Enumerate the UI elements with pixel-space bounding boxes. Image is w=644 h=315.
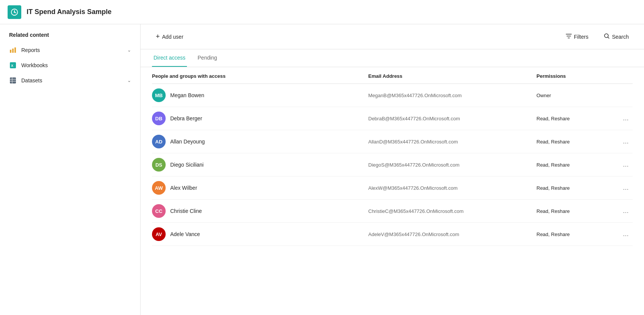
- email-value: AdeleV@M365x447726.OnMicrosoft.com: [368, 232, 459, 237]
- toolbar-right: Filters Search: [562, 31, 633, 43]
- col-header-permissions: Permissions: [536, 67, 609, 84]
- col-header-people: People and groups with access: [152, 67, 368, 84]
- email-cell-7: AdeleV@M365x447726.OnMicrosoft.com: [368, 223, 536, 246]
- more-options-button[interactable]: …: [620, 206, 633, 216]
- table-row: DBDebra BergerDebraB@M365x447726.OnMicro…: [152, 107, 633, 130]
- bar-chart-icon: [9, 46, 17, 54]
- app-icon: [8, 5, 21, 19]
- tab-direct-access[interactable]: Direct access: [152, 49, 187, 67]
- actions-cell-2: …: [609, 107, 633, 130]
- sidebar: Related content Reports ⌄: [0, 24, 141, 315]
- sidebar-item-workbooks-left: X Workbooks: [9, 61, 48, 69]
- col-header-email: Email Address: [368, 67, 536, 84]
- email-value: AllanD@M365x447726.OnMicrosoft.com: [368, 139, 458, 145]
- sidebar-item-datasets[interactable]: Datasets ⌄: [0, 73, 140, 88]
- table-row: CCChristie ClineChristieC@M365x447726.On…: [152, 200, 633, 223]
- add-user-button[interactable]: + Add user: [152, 30, 187, 43]
- sidebar-item-reports-left: Reports: [9, 46, 40, 54]
- svg-rect-3: [12, 49, 14, 53]
- col-header-actions: [609, 67, 633, 84]
- email-value: ChristieC@M365x447726.OnMicrosoft.com: [368, 208, 464, 214]
- content-area: + Add user Filters: [141, 24, 644, 315]
- filter-icon: [566, 33, 572, 40]
- email-value: DiegoS@M365x447726.OnMicrosoft.com: [368, 162, 459, 168]
- person-cell-3: ADAllan Deyoung: [152, 130, 368, 153]
- more-options-button[interactable]: …: [620, 229, 633, 239]
- filters-button[interactable]: Filters: [562, 31, 592, 43]
- person-cell-7: AVAdele Vance: [152, 223, 368, 246]
- actions-cell-1: [609, 84, 633, 107]
- person-cell-6: CCChristie Cline: [152, 200, 368, 223]
- sidebar-section-title: Related content: [0, 32, 140, 43]
- email-cell-5: AlexW@M365x447726.OnMicrosoft.com: [368, 176, 536, 200]
- avatar: DS: [152, 158, 166, 172]
- svg-rect-7: [10, 77, 16, 83]
- actions-cell-4: …: [609, 153, 633, 176]
- permission-value: Read, Reshare: [536, 116, 570, 121]
- permission-value: Read, Reshare: [536, 162, 570, 168]
- reports-label: Reports: [21, 47, 40, 53]
- permission-cell-6: Read, Reshare: [536, 200, 609, 223]
- actions-cell-6: …: [609, 200, 633, 223]
- avatar: CC: [152, 204, 166, 218]
- avatar: AV: [152, 227, 166, 241]
- more-options-button[interactable]: …: [620, 113, 633, 123]
- person-name: Megan Bowen: [170, 92, 204, 98]
- table-row: DSDiego SicilianiDiegoS@M365x447726.OnMi…: [152, 153, 633, 176]
- table-row: AVAdele VanceAdeleV@M365x447726.OnMicros…: [152, 223, 633, 246]
- permission-cell-2: Read, Reshare: [536, 107, 609, 130]
- access-table: People and groups with access Email Addr…: [152, 67, 633, 246]
- permission-cell-4: Read, Reshare: [536, 153, 609, 176]
- person-cell-1: MBMegan Bowen: [152, 84, 368, 107]
- sidebar-item-reports[interactable]: Reports ⌄: [0, 43, 140, 58]
- table-row: AWAlex WilberAlexW@M365x447726.OnMicroso…: [152, 176, 633, 200]
- datasets-label: Datasets: [21, 77, 42, 83]
- person-name: Debra Berger: [170, 115, 202, 121]
- email-cell-4: DiegoS@M365x447726.OnMicrosoft.com: [368, 153, 536, 176]
- permission-value: Read, Reshare: [536, 139, 570, 145]
- tabs-container: Direct access Pending: [141, 49, 644, 67]
- permission-value: Read, Reshare: [536, 232, 570, 237]
- toolbar: + Add user Filters: [141, 24, 644, 49]
- actions-cell-7: …: [609, 223, 633, 246]
- avatar: AD: [152, 135, 166, 148]
- email-cell-1: MeganB@M365x447726.OnMicrosoft.com: [368, 84, 536, 107]
- permission-value: Read, Reshare: [536, 185, 570, 191]
- person-cell-4: DSDiego Siciliani: [152, 153, 368, 176]
- email-cell-2: DebraB@M365x447726.OnMicrosoft.com: [368, 107, 536, 130]
- permission-cell-7: Read, Reshare: [536, 223, 609, 246]
- add-user-label: Add user: [162, 34, 184, 40]
- datasets-chevron: ⌄: [127, 78, 131, 83]
- svg-text:X: X: [11, 64, 13, 68]
- avatar: MB: [152, 88, 166, 102]
- filters-label: Filters: [574, 34, 589, 40]
- actions-cell-3: …: [609, 130, 633, 153]
- search-label: Search: [612, 34, 629, 40]
- avatar: DB: [152, 112, 166, 125]
- excel-icon: X: [9, 61, 17, 69]
- more-options-button[interactable]: …: [620, 160, 633, 170]
- more-options-button[interactable]: …: [620, 183, 633, 193]
- person-name: Alex Wilber: [170, 185, 197, 191]
- table-container: People and groups with access Email Addr…: [141, 67, 644, 315]
- header: IT Spend Analysis Sample: [0, 0, 644, 24]
- sidebar-item-datasets-left: Datasets: [9, 77, 42, 84]
- email-value: MeganB@M365x447726.OnMicrosoft.com: [368, 93, 462, 98]
- permission-cell-1: Owner: [536, 84, 609, 107]
- person-name: Allan Deyoung: [170, 139, 205, 145]
- permission-value: Read, Reshare: [536, 208, 570, 214]
- sidebar-item-workbooks[interactable]: X Workbooks: [0, 58, 140, 73]
- permission-value: Owner: [536, 93, 551, 98]
- more-options-button[interactable]: …: [620, 137, 633, 146]
- table-row: ADAllan DeyoungAllanD@M365x447726.OnMicr…: [152, 130, 633, 153]
- search-button[interactable]: Search: [600, 31, 633, 43]
- page-title: IT Spend Analysis Sample: [27, 8, 111, 16]
- email-cell-6: ChristieC@M365x447726.OnMicrosoft.com: [368, 200, 536, 223]
- tab-pending[interactable]: Pending: [196, 49, 218, 67]
- search-icon: [604, 33, 610, 40]
- permission-cell-5: Read, Reshare: [536, 176, 609, 200]
- plus-icon: +: [156, 33, 160, 41]
- table-icon: [9, 77, 17, 84]
- email-cell-3: AllanD@M365x447726.OnMicrosoft.com: [368, 130, 536, 153]
- svg-point-1: [14, 11, 15, 13]
